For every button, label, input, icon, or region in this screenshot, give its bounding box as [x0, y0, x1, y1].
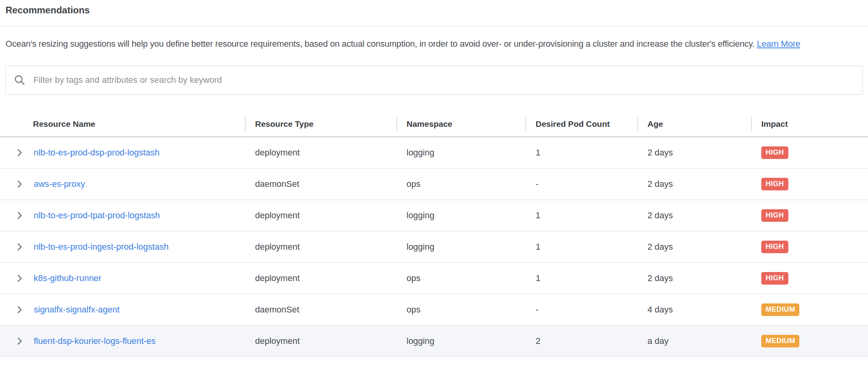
- impact-cell: HIGH: [751, 272, 868, 285]
- namespace-cell: logging: [396, 242, 525, 252]
- resource-name-link[interactable]: fluent-dsp-kourier-logs-fluent-es: [34, 336, 156, 346]
- expand-chevron-icon[interactable]: [15, 242, 24, 252]
- impact-badge: HIGH: [761, 146, 788, 159]
- column-header-resource-type: Resource Type: [245, 119, 396, 129]
- impact-badge: MEDIUM: [761, 303, 799, 316]
- resource-type-cell: deployment: [245, 273, 396, 283]
- impact-cell: MEDIUM: [751, 335, 868, 347]
- impact-cell: HIGH: [751, 146, 868, 159]
- expand-chevron-icon[interactable]: [15, 211, 24, 220]
- age-cell: 2 days: [637, 242, 751, 252]
- impact-cell: HIGH: [751, 209, 868, 222]
- age-cell: 4 days: [637, 305, 751, 315]
- search-input[interactable]: [33, 75, 855, 86]
- page-title: Recommendations: [0, 0, 868, 16]
- impact-badge: MEDIUM: [761, 335, 799, 347]
- resource-name-link[interactable]: nlb-to-es-prod-ingest-prod-logstash: [34, 242, 169, 252]
- table-row[interactable]: nlb-to-es-prod-dsp-prod-logstash deploym…: [0, 137, 868, 169]
- recommendations-page: Recommendations Ocean's resizing suggest…: [0, 0, 868, 369]
- pod-count-cell: -: [525, 179, 637, 189]
- resource-type-cell: daemonSet: [245, 305, 396, 315]
- resource-name-cell: signalfx-signalfx-agent: [0, 305, 245, 315]
- resource-type-cell: deployment: [245, 148, 396, 158]
- resource-name-cell: nlb-to-es-prod-dsp-prod-logstash: [0, 148, 245, 158]
- column-header-age: Age: [637, 119, 751, 129]
- pod-count-cell: 1: [525, 273, 637, 283]
- impact-cell: HIGH: [751, 178, 868, 190]
- age-cell: 2 days: [637, 148, 751, 158]
- page-description: Ocean's resizing suggestions will help y…: [5, 36, 841, 51]
- learn-more-link[interactable]: Learn More: [757, 39, 801, 49]
- namespace-cell: logging: [396, 148, 525, 158]
- resource-name-cell: aws-es-proxy: [0, 179, 245, 189]
- pod-count-cell: -: [525, 305, 637, 315]
- resource-name-link[interactable]: k8s-github-runner: [34, 273, 101, 283]
- resource-type-cell: deployment: [245, 336, 396, 346]
- expand-chevron-icon[interactable]: [15, 179, 24, 189]
- column-header-namespace: Namespace: [396, 119, 525, 129]
- resource-type-cell: deployment: [245, 242, 396, 252]
- table-row[interactable]: nlb-to-es-prod-tpat-prod-logstash deploy…: [0, 200, 868, 232]
- expand-chevron-icon[interactable]: [15, 148, 24, 157]
- resource-name-link[interactable]: signalfx-signalfx-agent: [34, 305, 120, 315]
- namespace-cell: ops: [396, 273, 525, 283]
- resource-name-cell: nlb-to-es-prod-tpat-prod-logstash: [0, 210, 245, 221]
- column-header-desired-pod-count: Desired Pod Count: [525, 119, 637, 129]
- impact-cell: MEDIUM: [751, 303, 868, 316]
- resource-name-link[interactable]: nlb-to-es-prod-dsp-prod-logstash: [34, 148, 159, 158]
- pod-count-cell: 1: [525, 242, 637, 252]
- pod-count-cell: 2: [525, 336, 637, 346]
- search-icon: [13, 74, 26, 86]
- namespace-cell: logging: [396, 210, 525, 221]
- namespace-cell: ops: [396, 179, 525, 189]
- age-cell: 2 days: [637, 179, 751, 189]
- resource-name-cell: nlb-to-es-prod-ingest-prod-logstash: [0, 242, 245, 252]
- pod-count-cell: 1: [525, 148, 637, 158]
- expand-chevron-icon[interactable]: [15, 305, 24, 314]
- table-row[interactable]: signalfx-signalfx-agent daemonSet ops - …: [0, 294, 868, 326]
- column-header-impact: Impact: [751, 119, 868, 129]
- resource-name-link[interactable]: aws-es-proxy: [34, 179, 85, 189]
- impact-badge: HIGH: [761, 209, 788, 222]
- resource-type-cell: daemonSet: [245, 179, 396, 189]
- impact-badge: HIGH: [761, 178, 788, 190]
- resource-name-link[interactable]: nlb-to-es-prod-tpat-prod-logstash: [34, 210, 160, 221]
- pod-count-cell: 1: [525, 210, 637, 221]
- expand-chevron-icon[interactable]: [15, 274, 24, 283]
- age-cell: 2 days: [637, 273, 751, 283]
- expand-chevron-icon[interactable]: [15, 336, 24, 346]
- resource-name-cell: k8s-github-runner: [0, 273, 245, 283]
- impact-cell: HIGH: [751, 241, 868, 253]
- namespace-cell: logging: [396, 336, 525, 346]
- table-header-row: Resource Name Resource Type Namespace De…: [0, 112, 868, 137]
- age-cell: 2 days: [637, 210, 751, 221]
- namespace-cell: ops: [396, 305, 525, 315]
- table-row[interactable]: fluent-dsp-kourier-logs-fluent-es deploy…: [0, 326, 868, 357]
- table-row[interactable]: nlb-to-es-prod-ingest-prod-logstash depl…: [0, 232, 868, 263]
- filter-search-box[interactable]: [5, 66, 863, 95]
- resource-type-cell: deployment: [245, 210, 396, 221]
- impact-badge: HIGH: [761, 241, 788, 253]
- table-row[interactable]: k8s-github-runner deployment ops 1 2 day…: [0, 263, 868, 294]
- table-row[interactable]: aws-es-proxy daemonSet ops - 2 days HIGH: [0, 169, 868, 200]
- header-divider: [0, 26, 868, 27]
- resource-name-cell: fluent-dsp-kourier-logs-fluent-es: [0, 336, 245, 346]
- description-text: Ocean's resizing suggestions will help y…: [5, 39, 755, 49]
- impact-badge: HIGH: [761, 272, 788, 285]
- table-body: nlb-to-es-prod-dsp-prod-logstash deploym…: [0, 137, 868, 357]
- age-cell: a day: [637, 336, 751, 346]
- column-header-resource-name: Resource Name: [0, 119, 245, 129]
